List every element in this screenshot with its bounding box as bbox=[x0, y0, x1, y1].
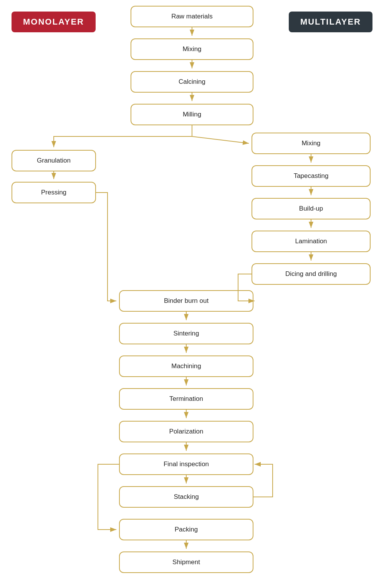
milling-box: Milling bbox=[131, 104, 253, 125]
pressing-box: Pressing bbox=[12, 182, 96, 203]
polarization-box: Polarization bbox=[119, 421, 253, 442]
tapecasting-box: Tapecasting bbox=[252, 165, 371, 187]
mixing-center-box: Mixing bbox=[131, 38, 253, 60]
lamination-box: Lamination bbox=[252, 231, 371, 252]
raw-materials-box: Raw materials bbox=[131, 6, 253, 27]
calcining-box: Calcining bbox=[131, 71, 253, 93]
multilayer-label: MULTILAYER bbox=[289, 12, 372, 32]
shipment-box: Shipment bbox=[119, 551, 253, 573]
binder-box: Binder burn out bbox=[119, 290, 253, 312]
dicing-box: Dicing and drilling bbox=[252, 263, 371, 285]
machining-box: Machining bbox=[119, 355, 253, 377]
termination-box: Termination bbox=[119, 388, 253, 410]
stacking-box: Stacking bbox=[119, 486, 253, 508]
sintering-box: Sintering bbox=[119, 323, 253, 344]
diagram-container: MONOLAYER MULTILAYER Raw materials Mixin… bbox=[0, 0, 384, 588]
granulation-box: Granulation bbox=[12, 150, 96, 171]
final-inspection-box: Final inspection bbox=[119, 453, 253, 475]
buildup-box: Build-up bbox=[252, 198, 371, 219]
svg-line-5 bbox=[192, 136, 249, 143]
mixing-right-box: Mixing bbox=[252, 133, 371, 154]
packing-box: Packing bbox=[119, 519, 253, 540]
monolayer-label: MONOLAYER bbox=[12, 12, 96, 32]
